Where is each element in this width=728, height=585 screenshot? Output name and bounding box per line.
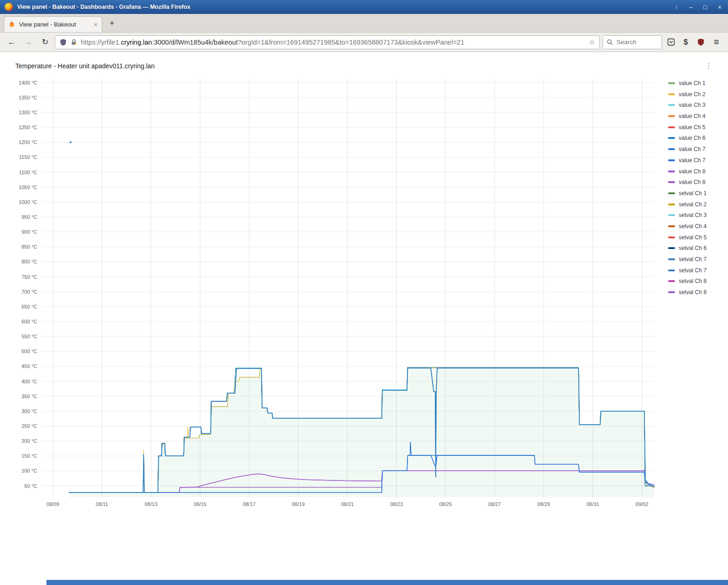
new-tab-button[interactable]: + (105, 16, 119, 30)
page-content: Temperature - Heater unit apadev011.cryr… (0, 52, 728, 585)
y-tick-label: 1000 °C (19, 199, 37, 205)
y-tick-label: 150 °C (21, 453, 37, 459)
legend-label: value Ch 6 (679, 135, 705, 141)
window-restore-button[interactable]: ↑ (673, 4, 680, 10)
legend-item[interactable]: setval Ch 8 (668, 278, 723, 284)
legend-item[interactable]: value Ch 5 (668, 124, 723, 131)
extension-dollar-icon[interactable]: $ (680, 36, 692, 48)
legend-label: setval Ch 2 (679, 201, 707, 208)
legend-item[interactable]: value Ch 8 (668, 168, 723, 175)
legend-label: setval Ch 1 (679, 190, 707, 197)
y-tick-label: 200 °C (21, 438, 37, 444)
x-tick-label: 08/19 (292, 501, 305, 507)
back-button[interactable]: ← (5, 35, 19, 49)
legend-item[interactable]: value Ch 7 (668, 157, 723, 164)
legend-item[interactable]: value Ch 6 (668, 135, 723, 141)
legend-item[interactable]: value Ch 8 (668, 179, 723, 185)
legend-item[interactable]: setval Ch 5 (668, 234, 723, 241)
legend-swatch (668, 115, 675, 117)
legend-swatch (668, 181, 675, 183)
series-fill (69, 368, 654, 497)
legend-swatch (668, 258, 675, 260)
x-tick-label: 08/09 (46, 501, 59, 507)
x-tick-label: 08/27 (488, 501, 501, 507)
panel-title: Temperature - Heater unit apadev011.cryr… (15, 62, 155, 70)
legend-item[interactable]: setval Ch 2 (668, 201, 723, 208)
y-tick-label: 1350 °C (19, 95, 37, 100)
firefox-icon (5, 3, 13, 11)
y-tick-label: 250 °C (21, 423, 37, 429)
x-tick-label: 09/02 (636, 501, 649, 507)
y-tick-label: 600 °C (21, 319, 37, 324)
y-tick-label: 750 °C (21, 274, 37, 280)
legend-item[interactable]: value Ch 7 (668, 146, 723, 152)
reload-button[interactable]: ↻ (38, 35, 52, 49)
url-text: https://yrfile1.cryring.lan:3000/d/lWm18… (81, 39, 586, 46)
grafana-icon (8, 21, 15, 28)
y-tick-label: 1250 °C (19, 125, 37, 130)
y-tick-label: 100 °C (21, 468, 37, 473)
temperature-chart[interactable]: 50 °C100 °C150 °C200 °C250 °C300 °C350 °… (10, 74, 656, 510)
legend-swatch (668, 148, 675, 150)
ublock-origin-icon[interactable] (695, 36, 707, 48)
legend-swatch (668, 192, 675, 194)
tab-bar: View panel - Bakeout × + (0, 14, 728, 33)
legend-item[interactable]: value Ch 2 (668, 91, 723, 98)
legend-item[interactable]: value Ch 4 (668, 113, 723, 119)
tracking-protection-shield-icon[interactable] (59, 39, 67, 46)
legend-label: value Ch 5 (679, 124, 705, 131)
y-tick-label: 800 °C (21, 259, 37, 264)
browser-tab-view-panel[interactable]: View panel - Bakeout × (4, 16, 102, 32)
x-tick-label: 08/23 (390, 501, 403, 507)
legend-item[interactable]: setval Ch 1 (668, 190, 723, 197)
x-tick-label: 08/13 (144, 501, 157, 507)
search-box[interactable] (603, 35, 662, 49)
legend-label: setval Ch 7 (679, 256, 707, 263)
x-tick-label: 08/17 (243, 501, 256, 507)
bottom-strip (46, 580, 728, 585)
forward-button[interactable]: → (21, 35, 35, 49)
search-icon (607, 39, 613, 45)
window-close-button[interactable]: × (716, 4, 723, 10)
url-domain: cryring.lan (121, 39, 152, 46)
legend-label: value Ch 1 (679, 80, 705, 86)
url-bar[interactable]: https://yrfile1.cryring.lan:3000/d/lWm18… (55, 35, 600, 49)
legend-item[interactable]: setval Ch 6 (668, 245, 723, 251)
legend-label: value Ch 4 (679, 113, 705, 119)
panel-menu-kebab-icon[interactable]: ⋮ (702, 59, 715, 72)
y-tick-label: 950 °C (21, 214, 37, 220)
y-tick-label: 1200 °C (19, 139, 37, 145)
y-tick-label: 500 °C (21, 348, 37, 354)
pocket-icon[interactable] (665, 36, 677, 48)
legend-item[interactable]: setval Ch 8 (668, 289, 723, 296)
legend-item[interactable]: value Ch 3 (668, 102, 723, 108)
legend-item[interactable]: setval Ch 4 (668, 223, 723, 230)
navigation-toolbar: ← → ↻ https://yrfile1.cryring.lan:3000/d… (0, 33, 728, 52)
legend-item[interactable]: setval Ch 7 (668, 267, 723, 274)
legend-label: setval Ch 4 (679, 223, 707, 230)
window-minimize-button[interactable]: – (687, 4, 695, 10)
window-title: View panel - Bakeout - Dashboards - Graf… (17, 4, 190, 10)
window-maximize-button[interactable]: □ (702, 4, 709, 10)
legend-label: value Ch 7 (679, 146, 705, 152)
x-tick-label: 08/11 (96, 501, 108, 507)
lock-warning-icon[interactable] (70, 39, 78, 46)
bookmark-star-icon[interactable]: ☆ (589, 38, 595, 46)
y-tick-label: 1100 °C (19, 170, 37, 175)
legend-item[interactable]: setval Ch 3 (668, 212, 723, 218)
legend-swatch (668, 237, 675, 238)
outlier-point (70, 141, 72, 143)
tab-close-icon[interactable]: × (94, 21, 98, 28)
search-input[interactable] (616, 38, 653, 46)
legend-swatch (668, 137, 675, 139)
menu-hamburger-icon[interactable]: ≡ (709, 35, 723, 49)
y-tick-label: 1150 °C (19, 154, 37, 160)
legend-item[interactable]: value Ch 1 (668, 80, 723, 86)
legend-swatch (668, 171, 675, 172)
x-tick-label: 08/15 (194, 501, 207, 507)
y-tick-label: 850 °C (21, 244, 37, 250)
panel-header: Temperature - Heater unit apadev011.cryr… (0, 58, 728, 74)
y-tick-label: 1400 °C (19, 80, 37, 85)
legend-item[interactable]: setval Ch 7 (668, 256, 723, 263)
y-tick-label: 400 °C (21, 379, 37, 384)
